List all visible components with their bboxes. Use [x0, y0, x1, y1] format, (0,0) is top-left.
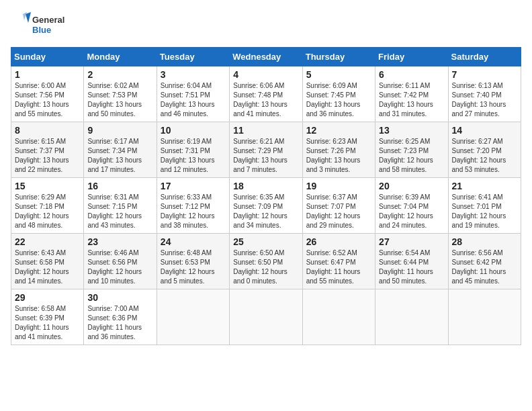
calendar-week-row: 15Sunrise: 6:29 AMSunset: 7:18 PMDayligh…	[11, 178, 521, 234]
day-of-week-header: Tuesday	[157, 48, 229, 66]
day-info: Sunrise: 6:37 AMSunset: 7:07 PMDaylight:…	[306, 193, 371, 230]
day-number: 27	[379, 236, 444, 247]
calendar-day-cell: 4Sunrise: 6:06 AMSunset: 7:48 PMDaylight…	[230, 66, 302, 122]
svg-text:Blue: Blue	[32, 25, 51, 35]
day-info: Sunrise: 6:58 AMSunset: 6:39 PMDaylight:…	[15, 304, 80, 342]
day-number: 15	[15, 181, 80, 191]
day-info: Sunrise: 6:50 AMSunset: 6:50 PMDaylight:…	[233, 248, 298, 286]
day-info: Sunrise: 6:17 AMSunset: 7:34 PMDaylight:…	[87, 137, 152, 175]
day-info: Sunrise: 6:00 AMSunset: 7:56 PMDaylight:…	[15, 81, 80, 119]
day-info: Sunrise: 6:19 AMSunset: 7:31 PMDaylight:…	[161, 137, 226, 175]
calendar-day-cell	[302, 289, 375, 345]
day-number: 4	[233, 69, 298, 80]
svg-marker-2	[26, 12, 31, 23]
day-number: 23	[87, 236, 152, 247]
day-info: Sunrise: 6:43 AMSunset: 6:58 PMDaylight:…	[15, 248, 80, 286]
day-of-week-header: Wednesday	[230, 48, 302, 66]
calendar-day-cell: 27Sunrise: 6:54 AMSunset: 6:44 PMDayligh…	[375, 234, 448, 289]
day-number: 28	[452, 236, 517, 247]
calendar-day-cell: 19Sunrise: 6:37 AMSunset: 7:07 PMDayligh…	[302, 178, 375, 234]
day-number: 5	[306, 69, 371, 80]
calendar-day-cell	[157, 289, 229, 345]
day-info: Sunrise: 6:25 AMSunset: 7:23 PMDaylight:…	[379, 137, 444, 175]
day-of-week-header: Monday	[84, 48, 157, 66]
day-info: Sunrise: 6:13 AMSunset: 7:40 PMDaylight:…	[452, 81, 517, 119]
calendar-day-cell: 14Sunrise: 6:27 AMSunset: 7:20 PMDayligh…	[448, 122, 521, 178]
calendar-day-cell: 23Sunrise: 6:46 AMSunset: 6:56 PMDayligh…	[84, 234, 157, 289]
day-info: Sunrise: 6:23 AMSunset: 7:26 PMDaylight:…	[306, 137, 371, 175]
day-number: 22	[15, 236, 80, 247]
day-info: Sunrise: 6:52 AMSunset: 6:47 PMDaylight:…	[306, 248, 371, 286]
day-number: 14	[452, 125, 517, 136]
day-info: Sunrise: 6:06 AMSunset: 7:48 PMDaylight:…	[233, 81, 298, 119]
day-of-week-header: Saturday	[448, 48, 521, 66]
day-number: 6	[379, 69, 444, 80]
calendar-day-cell: 10Sunrise: 6:19 AMSunset: 7:31 PMDayligh…	[157, 122, 229, 178]
day-number: 21	[452, 181, 517, 191]
logo-text-block: General Blue	[11, 11, 71, 40]
calendar-day-cell: 9Sunrise: 6:17 AMSunset: 7:34 PMDaylight…	[84, 122, 157, 178]
calendar-week-row: 29Sunrise: 6:58 AMSunset: 6:39 PMDayligh…	[11, 289, 521, 345]
day-number: 26	[306, 236, 371, 247]
day-info: Sunrise: 6:31 AMSunset: 7:15 PMDaylight:…	[87, 193, 152, 230]
calendar-day-cell: 12Sunrise: 6:23 AMSunset: 7:26 PMDayligh…	[302, 122, 375, 178]
day-of-week-header: Friday	[375, 48, 448, 66]
day-number: 3	[161, 69, 226, 80]
calendar-day-cell: 18Sunrise: 6:35 AMSunset: 7:09 PMDayligh…	[230, 178, 302, 234]
day-info: Sunrise: 6:33 AMSunset: 7:12 PMDaylight:…	[161, 193, 226, 230]
svg-text:General: General	[32, 15, 64, 25]
day-info: Sunrise: 6:02 AMSunset: 7:53 PMDaylight:…	[87, 81, 152, 119]
day-info: Sunrise: 6:29 AMSunset: 7:18 PMDaylight:…	[15, 193, 80, 230]
day-number: 18	[233, 181, 298, 191]
calendar-day-cell: 28Sunrise: 6:56 AMSunset: 6:42 PMDayligh…	[448, 234, 521, 289]
calendar-table: SundayMondayTuesdayWednesdayThursdayFrid…	[11, 47, 521, 345]
day-number: 16	[87, 181, 152, 191]
day-info: Sunrise: 6:39 AMSunset: 7:04 PMDaylight:…	[379, 193, 444, 230]
day-info: Sunrise: 6:35 AMSunset: 7:09 PMDaylight:…	[233, 193, 298, 230]
day-number: 2	[87, 69, 152, 80]
logo-svg: General Blue	[11, 11, 71, 38]
calendar-day-cell: 2Sunrise: 6:02 AMSunset: 7:53 PMDaylight…	[84, 66, 157, 122]
calendar-day-cell: 22Sunrise: 6:43 AMSunset: 6:58 PMDayligh…	[11, 234, 84, 289]
calendar-day-cell: 13Sunrise: 6:25 AMSunset: 7:23 PMDayligh…	[375, 122, 448, 178]
day-number: 1	[15, 69, 80, 80]
day-info: Sunrise: 6:48 AMSunset: 6:53 PMDaylight:…	[161, 248, 226, 286]
day-info: Sunrise: 6:11 AMSunset: 7:42 PMDaylight:…	[379, 81, 444, 119]
calendar-day-cell: 26Sunrise: 6:52 AMSunset: 6:47 PMDayligh…	[302, 234, 375, 289]
day-of-week-header: Sunday	[11, 48, 84, 66]
day-number: 29	[15, 292, 80, 303]
calendar-day-cell: 21Sunrise: 6:41 AMSunset: 7:01 PMDayligh…	[448, 178, 521, 234]
day-info: Sunrise: 6:41 AMSunset: 7:01 PMDaylight:…	[452, 193, 517, 230]
calendar-day-cell	[375, 289, 448, 345]
calendar-day-cell: 15Sunrise: 6:29 AMSunset: 7:18 PMDayligh…	[11, 178, 84, 234]
calendar-day-cell	[230, 289, 302, 345]
calendar-day-cell: 5Sunrise: 6:09 AMSunset: 7:45 PMDaylight…	[302, 66, 375, 122]
header: General Blue	[11, 11, 521, 40]
calendar-day-cell	[448, 289, 521, 345]
calendar-day-cell: 25Sunrise: 6:50 AMSunset: 6:50 PMDayligh…	[230, 234, 302, 289]
calendar-day-cell: 29Sunrise: 6:58 AMSunset: 6:39 PMDayligh…	[11, 289, 84, 345]
day-info: Sunrise: 6:04 AMSunset: 7:51 PMDaylight:…	[161, 81, 226, 119]
day-number: 17	[161, 181, 226, 191]
calendar-header-row: SundayMondayTuesdayWednesdayThursdayFrid…	[11, 48, 521, 66]
day-number: 9	[87, 125, 152, 136]
day-info: Sunrise: 6:46 AMSunset: 6:56 PMDaylight:…	[87, 248, 152, 286]
calendar-day-cell: 7Sunrise: 6:13 AMSunset: 7:40 PMDaylight…	[448, 66, 521, 122]
calendar-day-cell: 16Sunrise: 6:31 AMSunset: 7:15 PMDayligh…	[84, 178, 157, 234]
calendar-day-cell: 3Sunrise: 6:04 AMSunset: 7:51 PMDaylight…	[157, 66, 229, 122]
calendar-day-cell: 11Sunrise: 6:21 AMSunset: 7:29 PMDayligh…	[230, 122, 302, 178]
calendar-day-cell: 6Sunrise: 6:11 AMSunset: 7:42 PMDaylight…	[375, 66, 448, 122]
calendar-day-cell: 20Sunrise: 6:39 AMSunset: 7:04 PMDayligh…	[375, 178, 448, 234]
day-number: 10	[161, 125, 226, 136]
calendar-day-cell: 24Sunrise: 6:48 AMSunset: 6:53 PMDayligh…	[157, 234, 229, 289]
day-number: 20	[379, 181, 444, 191]
calendar-day-cell: 30Sunrise: 7:00 AMSunset: 6:36 PMDayligh…	[84, 289, 157, 345]
day-of-week-header: Thursday	[302, 48, 375, 66]
calendar-day-cell: 17Sunrise: 6:33 AMSunset: 7:12 PMDayligh…	[157, 178, 229, 234]
day-info: Sunrise: 6:15 AMSunset: 7:37 PMDaylight:…	[15, 137, 80, 175]
calendar-day-cell: 8Sunrise: 6:15 AMSunset: 7:37 PMDaylight…	[11, 122, 84, 178]
day-number: 7	[452, 69, 517, 80]
calendar-week-row: 22Sunrise: 6:43 AMSunset: 6:58 PMDayligh…	[11, 234, 521, 289]
day-info: Sunrise: 6:09 AMSunset: 7:45 PMDaylight:…	[306, 81, 371, 119]
day-number: 30	[87, 292, 152, 303]
